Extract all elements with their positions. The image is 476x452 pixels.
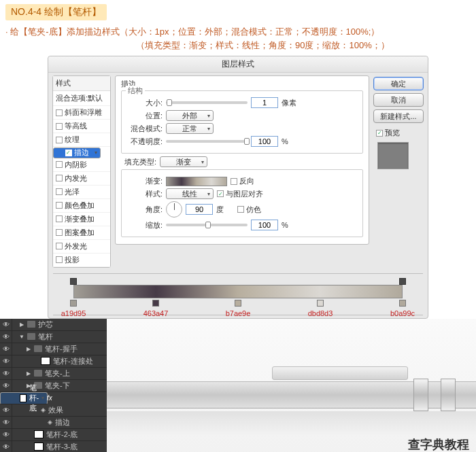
style-item[interactable]: 渐变叠加 [53, 213, 110, 226]
gradient-editor: a19d95463a47b7ae9edbd8d3b0a99c [53, 273, 423, 315]
visibility-icon[interactable]: 👁 [0, 355, 12, 367]
scale-label: 缩放: [127, 220, 163, 230]
layer-label: 笔杆-握手 [45, 344, 78, 354]
color-stop[interactable] [235, 300, 241, 307]
layer-label: 笔夹-上 [45, 368, 70, 379]
color-stop[interactable] [399, 300, 406, 307]
color-stop[interactable] [152, 300, 159, 307]
layer-row[interactable]: 👁笔杆-底fx [0, 392, 48, 404]
style-item[interactable]: 内阴影 [53, 158, 110, 172]
layer-row[interactable]: 👁笔杆-3-底 [0, 441, 107, 453]
position-select[interactable]: 外部 [166, 110, 214, 121]
checkbox-icon[interactable] [56, 137, 63, 143]
blend-mode-select[interactable]: 正常 [166, 123, 214, 134]
cancel-button[interactable]: 取消 [373, 93, 424, 107]
visibility-icon[interactable]: 👁 [0, 319, 12, 330]
layer-row[interactable]: 👁▶笔夹-下 [0, 380, 107, 392]
disclosure-icon[interactable]: ▶ [26, 346, 31, 352]
visibility-icon[interactable]: 👁 [0, 343, 12, 355]
layer-label: 护芯 [38, 319, 53, 330]
gradient-swatch[interactable] [166, 177, 227, 186]
style-item[interactable]: 投影 [53, 254, 110, 267]
checkbox-icon[interactable] [56, 161, 63, 168]
visibility-icon[interactable]: 👁 [0, 429, 12, 440]
disclosure-icon[interactable]: ▶ [26, 370, 31, 377]
style-item[interactable]: 外发光 [53, 240, 110, 254]
style-item[interactable]: 斜面和浮雕 [53, 106, 110, 120]
checkbox-icon[interactable] [56, 123, 63, 130]
disclosure-icon[interactable]: ▶ [19, 321, 24, 328]
layer-row[interactable]: 👁▶笔杆-握手 [0, 343, 107, 355]
gradient-bar[interactable] [73, 285, 403, 298]
checkbox-icon[interactable] [56, 215, 63, 222]
color-stop[interactable] [70, 300, 77, 307]
fill-type-label: 填充类型: [121, 157, 156, 167]
visibility-icon[interactable]: 👁 [0, 368, 12, 379]
checkbox-icon[interactable] [56, 229, 63, 236]
desc-line-1: · 给【笔夹-底】添加描边样式（大小：1px；位置：外部；混合模式：正常；不透明… [0, 22, 476, 39]
fill-type-select[interactable]: 渐变 [160, 156, 207, 167]
style-item[interactable]: 等高线 [53, 120, 110, 133]
style-item[interactable]: 颜色叠加 [53, 199, 110, 213]
styles-header: 样式 [53, 76, 110, 91]
style-select[interactable]: 线性 [166, 188, 214, 199]
visibility-icon[interactable]: 👁 [0, 331, 12, 343]
checkbox-icon[interactable] [56, 243, 63, 249]
scale-input[interactable] [251, 220, 278, 230]
dialog-title: 图层样式 [48, 56, 428, 73]
style-item[interactable]: 纹理 [53, 133, 110, 147]
disclosure-icon[interactable]: ▼ [19, 334, 24, 340]
opacity-slider[interactable] [166, 140, 248, 143]
size-slider[interactable] [166, 101, 248, 104]
dither-label: 仿色 [246, 205, 261, 215]
style-item[interactable]: 光泽 [53, 186, 110, 199]
layer-row[interactable]: 👁▼笔杆 [0, 331, 107, 343]
blend-options-default[interactable]: 混合选项:默认 [53, 91, 110, 106]
checkbox-icon[interactable] [56, 175, 63, 181]
angle-dial[interactable] [166, 201, 182, 218]
dither-checkbox[interactable] [237, 206, 244, 213]
layer-row[interactable]: 👁笔杆-2-底 [0, 429, 107, 441]
position-label: 位置: [127, 111, 163, 121]
style-item[interactable]: ✓描边 [53, 147, 101, 158]
reverse-label: 反向 [239, 176, 254, 186]
layer-row[interactable]: 👁◈描边 [0, 417, 107, 429]
align-checkbox[interactable]: ✓ [217, 190, 224, 197]
size-input[interactable] [251, 97, 278, 108]
checkbox-icon[interactable] [56, 188, 63, 195]
fx-badge[interactable]: fx [47, 394, 52, 402]
layer-row[interactable]: 👁笔杆-连接处 [0, 355, 107, 368]
visibility-icon[interactable]: 👁 [0, 417, 12, 428]
visibility-icon[interactable]: 👁 [0, 404, 12, 416]
checkbox-icon[interactable] [56, 256, 63, 263]
style-label: 斜面和浮雕 [65, 107, 102, 118]
checkbox-icon[interactable] [56, 109, 63, 116]
layer-row[interactable]: 👁▶护芯 [0, 319, 107, 331]
layer-thumb-icon [41, 357, 50, 365]
scale-slider[interactable] [166, 224, 248, 226]
ok-button[interactable]: 确定 [373, 77, 424, 90]
style-label: 颜色叠加 [65, 201, 95, 211]
visibility-icon[interactable]: 👁 [0, 441, 12, 453]
checkbox-icon[interactable] [56, 202, 63, 209]
layer-label: 笔杆 [38, 332, 53, 342]
style-item[interactable]: 图案叠加 [53, 226, 110, 240]
style-item[interactable]: 内发光 [53, 172, 110, 186]
color-stop-label: 463a47 [143, 309, 169, 317]
reverse-checkbox[interactable] [231, 178, 237, 185]
layer-row[interactable]: 👁▶笔夹-上 [0, 368, 107, 380]
stroke-title: 描边 [121, 79, 363, 89]
new-style-button[interactable]: 新建样式... [373, 109, 424, 123]
opacity-stop[interactable] [70, 278, 77, 285]
style-label: 渐变叠加 [65, 214, 95, 224]
preview-checkbox[interactable]: ✓ [376, 130, 383, 137]
layer-row[interactable]: 👁◈效果 [0, 404, 107, 417]
opacity-label: 不透明度: [127, 137, 163, 147]
opacity-input[interactable] [251, 136, 278, 147]
layer-style-dialog: 图层样式 样式 混合选项:默认 斜面和浮雕等高线纹理✓描边内阴影内发光光泽颜色叠… [48, 56, 428, 319]
visibility-icon[interactable]: 👁 [0, 380, 12, 392]
opacity-stop[interactable] [399, 278, 406, 285]
checkbox-icon[interactable]: ✓ [65, 150, 72, 156]
color-stop[interactable] [317, 300, 324, 307]
angle-input[interactable] [186, 204, 213, 215]
